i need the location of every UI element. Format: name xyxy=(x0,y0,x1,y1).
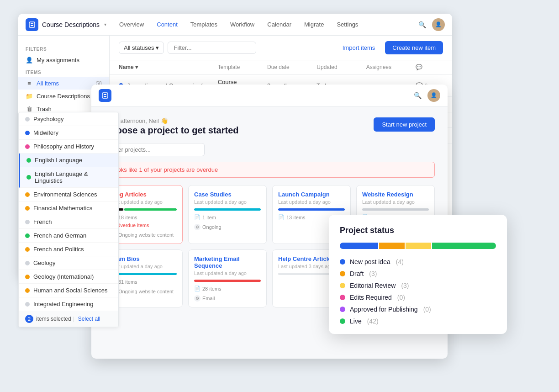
status-dot-green xyxy=(340,318,345,324)
item-dot xyxy=(26,175,31,180)
list-item-french[interactable]: French xyxy=(19,215,118,229)
item-dot xyxy=(25,206,30,211)
card-footer: ⚙ Ongoing website content xyxy=(110,232,177,238)
status-item-approved: Approved for Publishing (0) xyxy=(340,306,496,313)
list-item-philosophy[interactable]: Philosophy and History xyxy=(19,140,118,154)
nav-bar: Overview Content Templates Workflow Cale… xyxy=(114,17,412,32)
trash-icon: 🗑 xyxy=(26,105,33,112)
list-item-midwifery[interactable]: Midwifery xyxy=(19,126,118,140)
selected-count: 2 xyxy=(25,315,33,323)
list-item-geology[interactable]: Geology xyxy=(19,256,118,270)
nav-overview[interactable]: Overview xyxy=(114,17,149,32)
col-comments: 💬 xyxy=(416,64,443,70)
progress-bar xyxy=(194,280,261,282)
greeting-main: Choose a project to get started xyxy=(104,125,239,136)
list-item-french-politics[interactable]: French and Politics xyxy=(19,243,118,256)
course-list-panel: Psychology Midwifery Philosophy and Hist… xyxy=(18,112,119,327)
status-item-editorial: Editorial Review (3) xyxy=(340,282,496,289)
filter-projects-input[interactable] xyxy=(104,143,205,156)
chevron-down-icon: ▾ xyxy=(156,44,159,51)
filter-input[interactable] xyxy=(168,42,256,54)
nav-content[interactable]: Content xyxy=(151,17,183,32)
item-dot xyxy=(25,192,30,197)
project-status-popup: Project status New post idea (4) Draft (… xyxy=(329,215,507,334)
nav-calendar[interactable]: Calendar xyxy=(262,17,297,32)
status-dropdown[interactable]: All statuses ▾ xyxy=(119,42,164,54)
items-label: ITEMS xyxy=(18,66,109,77)
create-button[interactable]: Create new item xyxy=(385,41,443,54)
project-sub: Last updated a day ago xyxy=(362,199,429,205)
status-dot-yellow xyxy=(340,283,345,288)
list-item-financial[interactable]: Financial Mathematics xyxy=(19,201,118,215)
progress-bar xyxy=(362,208,429,211)
progress-bar xyxy=(194,208,261,211)
list-item-environmental[interactable]: Environmental Sciences xyxy=(19,188,118,201)
table-header: Name ▾ Template Due date Updated Assigne… xyxy=(110,60,452,74)
item-dot xyxy=(25,302,30,307)
project-sub: Last updated a day ago xyxy=(194,270,261,276)
titlebar: Course Descriptions ▾ Overview Content T… xyxy=(18,14,452,36)
item-dot xyxy=(25,247,30,252)
list-item-psychology[interactable]: Psychology xyxy=(19,112,118,126)
project-sub: Last updated a day ago xyxy=(110,199,177,205)
sidebar-my-assignments[interactable]: 👤 My assignments xyxy=(18,53,109,66)
status-item-new-post: New post idea (4) xyxy=(340,258,496,265)
bar-seg-blue xyxy=(340,243,378,249)
list-item-integrated[interactable]: Integrated Engineering xyxy=(19,297,118,311)
status-item-live: Live (42) xyxy=(340,318,496,325)
list-item-geology-intl[interactable]: Geology (International) xyxy=(19,270,118,284)
card-footer: ⚙ Ongoing website content xyxy=(110,288,177,295)
select-all-link[interactable]: Select all xyxy=(78,316,100,322)
status-item-edits: Edits Required (0) xyxy=(340,294,496,301)
filters-label: FILTERS xyxy=(18,43,109,53)
progress-bar xyxy=(110,273,177,275)
start-project-button[interactable]: Start new project xyxy=(374,117,435,132)
list-item-english-linguistics[interactable]: English Language & Linguistics xyxy=(19,167,118,188)
search-button[interactable]: 🔍 xyxy=(416,18,428,31)
nav-migrate[interactable]: Migrate xyxy=(299,17,329,32)
svg-rect-4 xyxy=(104,94,106,95)
card-meta: 📄 18 items xyxy=(110,214,177,220)
list-item-english[interactable]: English Language xyxy=(19,154,118,167)
chevron-icon: ▾ xyxy=(104,22,106,27)
svg-rect-1 xyxy=(31,23,33,24)
nav-icons: 🔍 👤 xyxy=(416,18,445,31)
project-card-marketing[interactable]: Marketing Email Sequence Last updated a … xyxy=(188,249,267,307)
nav-settings[interactable]: Settings xyxy=(331,17,364,32)
col-template: Template xyxy=(218,64,267,70)
status-dot-blue xyxy=(340,259,345,265)
project-card-case[interactable]: Case Studies Last updated a day ago 📄 1 … xyxy=(188,185,267,244)
svg-rect-0 xyxy=(29,22,35,27)
toolbar: All statuses ▾ Import items Create new i… xyxy=(110,36,452,60)
dashboard-app-icon xyxy=(99,89,111,102)
nav-templates[interactable]: Templates xyxy=(185,17,223,32)
svg-rect-5 xyxy=(104,96,106,97)
import-button[interactable]: Import items xyxy=(336,42,382,54)
item-dot xyxy=(25,117,30,122)
nav-workflow[interactable]: Workflow xyxy=(225,17,260,32)
status-dot-orange xyxy=(340,271,345,276)
overdue-banner: Looks like 1 of your projects are overdu… xyxy=(104,162,435,178)
project-sub: Last updated a day ago xyxy=(110,264,177,269)
card-meta: 📄 31 items xyxy=(110,279,177,285)
list-item-human-social[interactable]: Human and Social Sciences xyxy=(19,284,118,297)
bar-seg-orange xyxy=(379,243,405,249)
col-updated: Updated xyxy=(316,64,366,70)
item-dot xyxy=(25,233,30,238)
svg-rect-2 xyxy=(31,25,33,26)
dashboard-avatar[interactable]: 👤 xyxy=(427,89,440,102)
item-dot xyxy=(25,261,30,265)
card-meta: 📄 28 items xyxy=(194,286,261,291)
col-name[interactable]: Name ▾ xyxy=(119,64,218,70)
user-avatar[interactable]: 👤 xyxy=(432,18,445,31)
project-title: Team Bios xyxy=(110,255,177,262)
list-footer: 2 items selected | Select all xyxy=(19,311,118,327)
progress-bar xyxy=(278,208,345,211)
folder-icon: 📁 xyxy=(26,92,33,100)
list-item-french-german[interactable]: French and German xyxy=(19,229,118,243)
greeting-row: Good afternoon, Neil 👋 Choose a project … xyxy=(104,117,435,136)
dashboard-search-btn[interactable]: 🔍 xyxy=(411,89,424,102)
list-icon: ≡ xyxy=(26,79,33,87)
svg-rect-3 xyxy=(102,93,108,98)
card-overdue: ⚠ Overdue items xyxy=(110,222,177,228)
